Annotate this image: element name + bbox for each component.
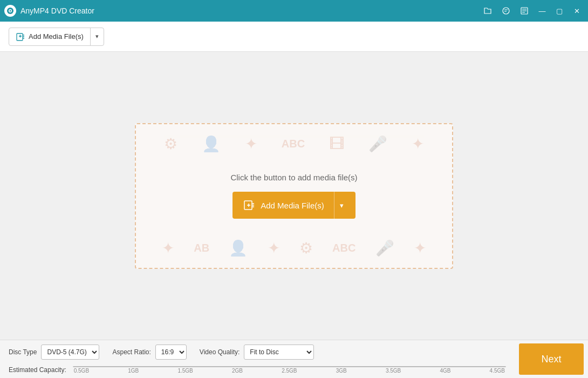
bg-icon-sparkle3: ✦: [162, 239, 174, 257]
add-media-dropdown-arrow[interactable]: ▾: [91, 28, 104, 45]
cap-label-2.5: 2.5GB: [282, 368, 297, 374]
cap-label-1.5: 1.5GB: [177, 368, 193, 374]
cap-label-1: 1GB: [128, 368, 139, 374]
bg-icon-wheel2: 🎞: [329, 135, 344, 153]
feedback-btn[interactable]: [498, 3, 514, 18]
app-logo: [4, 5, 16, 17]
disc-type-select[interactable]: DVD-5 (4.7G) DVD-9 (8.5G) BD-25 (25G) BD…: [41, 345, 99, 360]
bg-icon-text1: ABC: [282, 138, 305, 150]
drop-zone-content: Click the button to add media file(s) Ad…: [230, 173, 357, 219]
add-media-center-arrow[interactable]: ▾: [334, 192, 345, 219]
help-btn[interactable]: [517, 3, 532, 18]
video-quality-group: Video Quality: Fit to Disc High Quality …: [200, 345, 314, 360]
aspect-ratio-select[interactable]: 16:9 4:3: [155, 345, 187, 360]
tick-2: [121, 366, 169, 367]
cap-label-2: 2GB: [232, 368, 243, 374]
video-quality-select[interactable]: Fit to Disc High Quality Normal Quality …: [244, 345, 314, 360]
capacity-labels: 0.5GB 1GB 1.5GB 2GB 2.5GB 3GB 3.5GB 4GB …: [73, 368, 506, 374]
tick-4: [217, 366, 265, 367]
disc-type-group: Disc Type DVD-5 (4.7G) DVD-9 (8.5G) BD-2…: [9, 345, 99, 360]
bg-icon-mic1: 🎤: [368, 135, 387, 153]
bottom-controls: Disc Type DVD-5 (4.7G) DVD-9 (8.5G) BD-2…: [0, 340, 515, 364]
bottom-inner: Disc Type DVD-5 (4.7G) DVD-9 (8.5G) BD-2…: [0, 340, 588, 378]
bg-icon-person1: 👤: [202, 135, 221, 153]
tick-1: [73, 366, 121, 367]
cap-label-3: 3GB: [336, 368, 347, 374]
tick-6: [313, 366, 361, 367]
tick-7: [362, 366, 410, 367]
svg-rect-5: [17, 33, 23, 40]
bg-icon-text2: AB: [194, 242, 209, 254]
aspect-ratio-label: Aspect Ratio:: [112, 348, 151, 356]
add-media-center-label: Add Media File(s): [261, 201, 324, 210]
tick-9: [458, 366, 505, 367]
add-media-center-btn[interactable]: Add Media File(s) ▾: [233, 192, 355, 219]
bg-icon-sparkle2: ✦: [412, 135, 424, 153]
tick-3: [169, 366, 217, 367]
add-media-toolbar-btn[interactable]: Add Media File(s) ▾: [9, 28, 104, 46]
svg-point-2: [10, 10, 11, 12]
close-btn[interactable]: ✕: [570, 4, 584, 18]
main-content: ⚙ 👤 ✦ ABC 🎞 🎤 ✦ ✦ AB 👤 ✦ ⚙ ABC 🎤 ✦ Click…: [0, 52, 588, 340]
bg-icons-bottom: ✦ AB 👤 ✦ ⚙ ABC 🎤 ✦: [136, 228, 452, 268]
app-title: AnyMP4 DVD Creator: [20, 6, 94, 15]
open-btn[interactable]: [480, 3, 495, 18]
bg-icon-wheel1: ⚙: [164, 135, 177, 153]
bg-icon-mic2: 🎤: [375, 239, 394, 257]
svg-point-3: [503, 8, 509, 14]
bg-icon-sparkle5: ✦: [414, 239, 426, 257]
bottom-form: Disc Type DVD-5 (4.7G) DVD-9 (8.5G) BD-2…: [0, 340, 515, 378]
bottom-bar: Disc Type DVD-5 (4.7G) DVD-9 (8.5G) BD-2…: [0, 340, 588, 378]
titlebar: AnyMP4 DVD Creator — ▢ ✕: [0, 0, 588, 22]
next-button[interactable]: Next: [519, 343, 584, 375]
capacity-bar: [73, 366, 506, 367]
video-quality-label: Video Quality:: [200, 348, 240, 356]
titlebar-left: AnyMP4 DVD Creator: [4, 5, 94, 17]
drop-zone[interactable]: ⚙ 👤 ✦ ABC 🎞 🎤 ✦ ✦ AB 👤 ✦ ⚙ ABC 🎤 ✦ Click…: [135, 123, 453, 269]
maximize-btn[interactable]: ▢: [552, 4, 566, 18]
capacity-label: Estimated Capacity:: [9, 366, 66, 374]
cap-label-3.5: 3.5GB: [386, 368, 401, 374]
disc-type-label: Disc Type: [9, 348, 37, 356]
add-media-main[interactable]: Add Media File(s): [9, 28, 91, 45]
titlebar-controls: — ▢ ✕: [480, 3, 584, 18]
drop-zone-prompt: Click the button to add media file(s): [230, 173, 357, 182]
capacity-row: Estimated Capacity:: [0, 364, 515, 378]
cap-label-4.5: 4.5GB: [490, 368, 505, 374]
minimize-btn[interactable]: —: [535, 4, 549, 18]
cap-label-4: 4GB: [440, 368, 450, 374]
toolbar: Add Media File(s) ▾: [0, 22, 588, 52]
aspect-ratio-group: Aspect Ratio: 16:9 4:3: [112, 345, 186, 360]
cap-label-0.5: 0.5GB: [74, 368, 89, 374]
bg-icon-person2: 👤: [229, 239, 248, 257]
bg-icons-top: ⚙ 👤 ✦ ABC 🎞 🎤 ✦: [136, 124, 452, 164]
tick-5: [265, 366, 313, 367]
bg-icon-sparkle4: ✦: [268, 239, 280, 257]
bg-icon-wheel3: ⚙: [299, 239, 313, 257]
bg-icon-text3: ABC: [332, 242, 355, 254]
bg-icon-sparkle1: ✦: [245, 135, 257, 153]
capacity-bar-wrapper: 0.5GB 1GB 1.5GB 2GB 2.5GB 3GB 3.5GB 4GB …: [73, 366, 506, 374]
add-media-toolbar-label: Add Media File(s): [29, 32, 84, 40]
tick-8: [410, 366, 458, 367]
next-label: Next: [541, 354, 561, 365]
